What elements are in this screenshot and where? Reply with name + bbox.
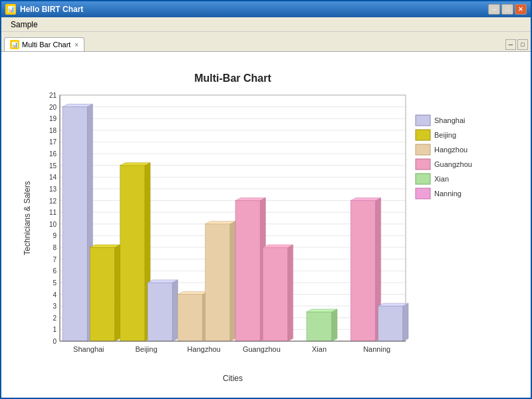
title-controls: ─ □ ✕ xyxy=(488,4,527,15)
svg-text:Xian: Xian xyxy=(312,345,327,353)
svg-marker-71 xyxy=(288,245,293,341)
svg-marker-51 xyxy=(90,245,120,247)
chart-area: 0123456789101112131415161718192021Shangh… xyxy=(1,52,531,398)
svg-text:Shanghai: Shanghai xyxy=(73,345,104,353)
svg-marker-82 xyxy=(403,303,408,341)
svg-rect-94 xyxy=(416,144,430,155)
tab-close-icon[interactable]: × xyxy=(74,41,78,49)
svg-marker-58 xyxy=(148,280,178,283)
tab-minimize-button[interactable]: ─ xyxy=(505,39,516,50)
svg-rect-67 xyxy=(235,201,260,341)
svg-marker-57 xyxy=(172,280,178,341)
svg-text:21: 21 xyxy=(49,92,57,99)
svg-text:4: 4 xyxy=(53,291,57,299)
svg-text:1: 1 xyxy=(53,326,57,333)
svg-text:12: 12 xyxy=(49,198,57,205)
main-window: 📊 Hello BIRT Chart ─ □ ✕ Sample 📊 Multi … xyxy=(0,0,532,399)
svg-marker-69 xyxy=(235,198,265,201)
svg-text:0: 0 xyxy=(53,338,57,345)
tab-label: Multi Bar Chart xyxy=(22,41,70,49)
tab-restore-button[interactable]: □ xyxy=(517,39,528,50)
svg-text:15: 15 xyxy=(49,162,57,170)
menubar: Sample xyxy=(1,17,531,32)
svg-text:Nanning: Nanning xyxy=(363,345,390,353)
svg-text:Hangzhou: Hangzhou xyxy=(188,345,221,353)
restore-button[interactable]: □ xyxy=(501,4,513,15)
svg-text:16: 16 xyxy=(49,150,57,158)
svg-text:17: 17 xyxy=(49,138,57,146)
svg-marker-65 xyxy=(205,221,235,224)
svg-rect-56 xyxy=(148,283,172,341)
svg-rect-74 xyxy=(307,312,332,341)
svg-text:Nanning: Nanning xyxy=(434,190,462,198)
title-bar-left: 📊 Hello BIRT Chart xyxy=(5,4,83,15)
svg-text:Beijing: Beijing xyxy=(434,131,456,139)
svg-marker-50 xyxy=(115,245,120,341)
svg-text:3: 3 xyxy=(53,303,57,310)
svg-text:Xian: Xian xyxy=(434,175,449,183)
svg-marker-75 xyxy=(332,309,337,341)
svg-text:19: 19 xyxy=(49,115,57,122)
svg-text:20: 20 xyxy=(49,104,57,111)
svg-text:2: 2 xyxy=(53,315,57,322)
tab-multi-bar-chart[interactable]: 📊 Multi Bar Chart × xyxy=(4,37,84,51)
svg-rect-49 xyxy=(90,247,114,341)
svg-rect-81 xyxy=(378,306,403,341)
tabbar: 📊 Multi Bar Chart × ─ □ xyxy=(1,32,531,52)
svg-marker-80 xyxy=(350,198,380,201)
svg-marker-64 xyxy=(230,221,235,341)
chart-svg: 0123456789101112131415161718192021Shangh… xyxy=(20,62,512,388)
svg-rect-78 xyxy=(350,201,375,341)
svg-text:Multi-Bar Chart: Multi-Bar Chart xyxy=(194,72,271,84)
app-icon: 📊 xyxy=(5,4,16,15)
svg-rect-46 xyxy=(63,107,87,341)
svg-text:Hangzhou: Hangzhou xyxy=(434,146,467,154)
svg-rect-70 xyxy=(263,247,287,341)
svg-text:11: 11 xyxy=(49,209,57,216)
svg-text:Cities: Cities xyxy=(223,374,243,383)
svg-rect-90 xyxy=(416,115,430,126)
svg-text:14: 14 xyxy=(49,174,57,181)
svg-marker-76 xyxy=(307,309,337,312)
close-button[interactable]: ✕ xyxy=(515,4,527,15)
svg-rect-53 xyxy=(120,166,145,341)
tab-icon: 📊 xyxy=(10,40,19,49)
minimize-button[interactable]: ─ xyxy=(488,4,500,15)
svg-text:9: 9 xyxy=(53,232,57,239)
title-bar: 📊 Hello BIRT Chart ─ □ ✕ xyxy=(1,1,531,17)
svg-rect-100 xyxy=(416,188,430,199)
svg-marker-62 xyxy=(178,292,207,295)
svg-text:6: 6 xyxy=(53,267,57,275)
svg-text:18: 18 xyxy=(49,127,57,134)
svg-rect-60 xyxy=(178,295,202,341)
svg-rect-92 xyxy=(416,130,430,140)
svg-text:Guangzhou: Guangzhou xyxy=(243,345,281,353)
tab-controls: ─ □ xyxy=(505,39,528,51)
svg-marker-48 xyxy=(63,104,92,107)
svg-text:Guangzhou: Guangzhou xyxy=(434,160,472,168)
svg-text:5: 5 xyxy=(53,279,57,287)
svg-marker-72 xyxy=(263,245,293,247)
svg-rect-96 xyxy=(416,159,430,170)
svg-marker-83 xyxy=(378,303,408,306)
svg-rect-63 xyxy=(205,224,230,341)
svg-rect-98 xyxy=(416,174,430,184)
svg-text:10: 10 xyxy=(49,221,57,228)
svg-text:7: 7 xyxy=(53,256,57,263)
svg-text:Beijing: Beijing xyxy=(135,345,157,353)
menu-sample[interactable]: Sample xyxy=(5,19,43,31)
svg-text:8: 8 xyxy=(53,244,57,251)
window-title: Hello BIRT Chart xyxy=(20,5,83,14)
svg-marker-55 xyxy=(120,163,150,166)
svg-text:13: 13 xyxy=(49,186,57,193)
svg-text:Shanghai: Shanghai xyxy=(434,116,466,124)
svg-text:Technicians & Salers: Technicians & Salers xyxy=(23,181,32,255)
